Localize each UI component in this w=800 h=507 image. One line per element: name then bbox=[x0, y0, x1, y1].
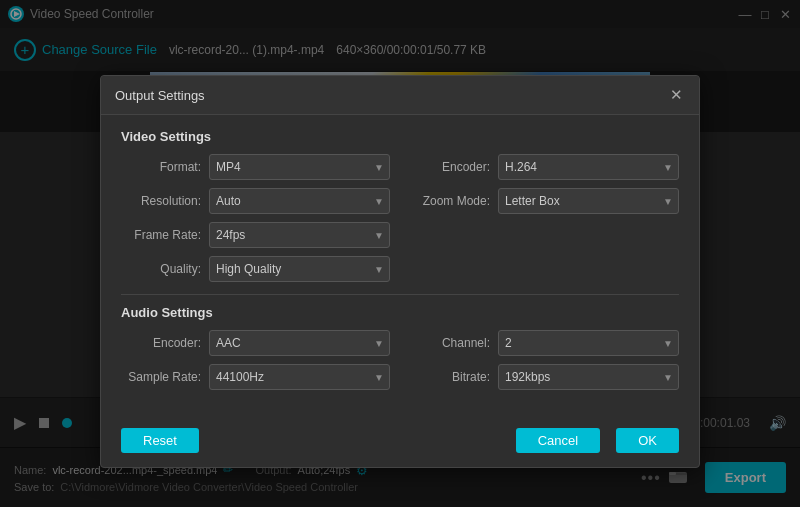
cancel-button[interactable]: Cancel bbox=[516, 428, 600, 453]
bitrate-row: Bitrate: 192kbps128kbps256kbps320kbps ▼ bbox=[410, 364, 679, 390]
framerate-select-wrapper: 24fps25fps30fps60fps ▼ bbox=[209, 222, 390, 248]
zoom-select[interactable]: Letter BoxPan & ScanFull bbox=[498, 188, 679, 214]
dialog-footer: Reset Cancel OK bbox=[101, 418, 699, 467]
format-row: Format: MP4AVIMOVMKV ▼ bbox=[121, 154, 390, 180]
resolution-select-wrapper: Auto1920×10801280×720640×360 ▼ bbox=[209, 188, 390, 214]
encoder-video-select-wrapper: H.264H.265MPEG-4 ▼ bbox=[498, 154, 679, 180]
video-settings-title: Video Settings bbox=[121, 129, 679, 144]
channel-select-wrapper: 216 ▼ bbox=[498, 330, 679, 356]
samplerate-select-wrapper: 44100Hz48000Hz32000Hz ▼ bbox=[209, 364, 390, 390]
samplerate-select[interactable]: 44100Hz48000Hz32000Hz bbox=[209, 364, 390, 390]
framerate-select[interactable]: 24fps25fps30fps60fps bbox=[209, 222, 390, 248]
samplerate-row: Sample Rate: 44100Hz48000Hz32000Hz ▼ bbox=[121, 364, 390, 390]
encoder-video-row: Encoder: H.264H.265MPEG-4 ▼ bbox=[410, 154, 679, 180]
zoom-select-wrapper: Letter BoxPan & ScanFull ▼ bbox=[498, 188, 679, 214]
video-settings-grid: Format: MP4AVIMOVMKV ▼ Encoder: H.264H.2… bbox=[121, 154, 679, 282]
framerate-label: Frame Rate: bbox=[121, 228, 201, 242]
reset-button[interactable]: Reset bbox=[121, 428, 199, 453]
zoom-label: Zoom Mode: bbox=[410, 194, 490, 208]
audio-encoder-row: Encoder: AACMP3AC3 ▼ bbox=[121, 330, 390, 356]
format-label: Format: bbox=[121, 160, 201, 174]
dialog-overlay: Output Settings ✕ Video Settings Format:… bbox=[0, 0, 800, 507]
encoder-video-select[interactable]: H.264H.265MPEG-4 bbox=[498, 154, 679, 180]
dialog-body: Video Settings Format: MP4AVIMOVMKV ▼ En… bbox=[101, 115, 699, 418]
audio-encoder-select[interactable]: AACMP3AC3 bbox=[209, 330, 390, 356]
quality-label: Quality: bbox=[121, 262, 201, 276]
bitrate-label: Bitrate: bbox=[410, 370, 490, 384]
dialog-action-buttons: Cancel OK bbox=[516, 428, 679, 453]
resolution-select[interactable]: Auto1920×10801280×720640×360 bbox=[209, 188, 390, 214]
framerate-row: Frame Rate: 24fps25fps30fps60fps ▼ bbox=[121, 222, 390, 248]
quality-row: Quality: High QualityMedium QualityLow Q… bbox=[121, 256, 390, 282]
bitrate-select[interactable]: 192kbps128kbps256kbps320kbps bbox=[498, 364, 679, 390]
bitrate-select-wrapper: 192kbps128kbps256kbps320kbps ▼ bbox=[498, 364, 679, 390]
zoom-mode-row: Zoom Mode: Letter BoxPan & ScanFull ▼ bbox=[410, 188, 679, 214]
dialog-close-button[interactable]: ✕ bbox=[667, 86, 685, 104]
dialog-title: Output Settings bbox=[115, 88, 205, 103]
format-select-wrapper: MP4AVIMOVMKV ▼ bbox=[209, 154, 390, 180]
quality-select[interactable]: High QualityMedium QualityLow Quality bbox=[209, 256, 390, 282]
quality-select-wrapper: High QualityMedium QualityLow Quality ▼ bbox=[209, 256, 390, 282]
channel-row: Channel: 216 ▼ bbox=[410, 330, 679, 356]
audio-settings-title: Audio Settings bbox=[121, 305, 679, 320]
section-divider bbox=[121, 294, 679, 295]
format-select[interactable]: MP4AVIMOVMKV bbox=[209, 154, 390, 180]
channel-label: Channel: bbox=[410, 336, 490, 350]
encoder-video-label: Encoder: bbox=[410, 160, 490, 174]
samplerate-label: Sample Rate: bbox=[121, 370, 201, 384]
audio-encoder-label: Encoder: bbox=[121, 336, 201, 350]
ok-button[interactable]: OK bbox=[616, 428, 679, 453]
channel-select[interactable]: 216 bbox=[498, 330, 679, 356]
resolution-row: Resolution: Auto1920×10801280×720640×360… bbox=[121, 188, 390, 214]
audio-settings-grid: Encoder: AACMP3AC3 ▼ Channel: 216 ▼ bbox=[121, 330, 679, 390]
dialog-header: Output Settings ✕ bbox=[101, 76, 699, 115]
resolution-label: Resolution: bbox=[121, 194, 201, 208]
audio-encoder-select-wrapper: AACMP3AC3 ▼ bbox=[209, 330, 390, 356]
output-settings-dialog: Output Settings ✕ Video Settings Format:… bbox=[100, 75, 700, 468]
